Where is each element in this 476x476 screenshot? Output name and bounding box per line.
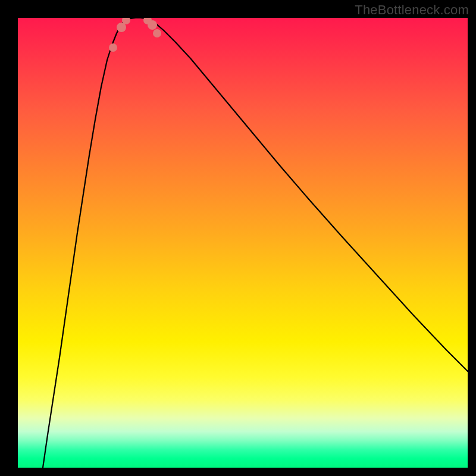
marker-left-upper [109, 43, 117, 52]
marker-right-lower [148, 20, 157, 30]
bottleneck-curve [18, 18, 468, 468]
marker-right-upper [153, 29, 161, 37]
chart-frame: TheBottleneck.com [0, 0, 476, 476]
plot-area [18, 18, 468, 468]
bottleneck-path [43, 18, 468, 468]
watermark-text: TheBottleneck.com [355, 2, 469, 18]
